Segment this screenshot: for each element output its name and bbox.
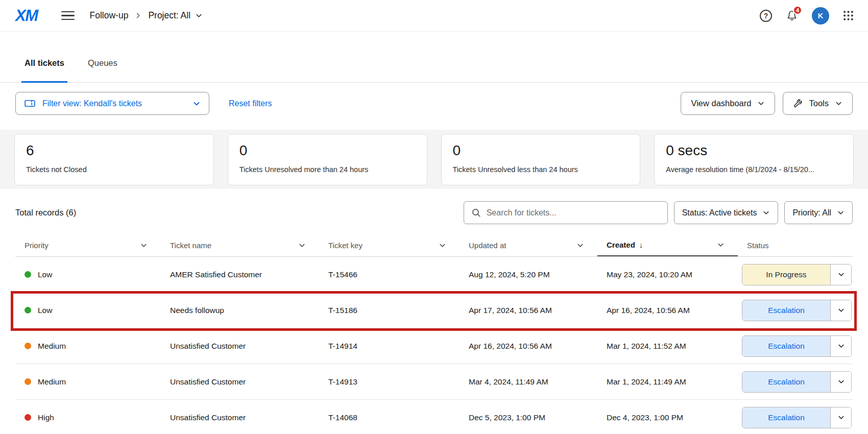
status-dropdown[interactable]: In Progress	[742, 264, 852, 285]
stat-card-not-closed: 6 Tickets not Closed	[14, 134, 214, 185]
breadcrumb-section[interactable]: Follow-up	[90, 10, 129, 21]
breadcrumb: Follow-up Project: All	[90, 10, 203, 21]
stat-label: Tickets Unresolved more than 24 hours	[239, 165, 416, 174]
stat-card-unresolved-less-24h: 0 Tickets Unresolved less than 24 hours	[441, 134, 641, 185]
notification-count-badge: 4	[793, 6, 802, 15]
tab-all-tickets[interactable]: All tickets	[25, 58, 64, 82]
status-dropdown[interactable]: Escalation	[742, 371, 852, 393]
xm-logo[interactable]: XM	[15, 7, 38, 25]
priority-label: Low	[38, 270, 52, 279]
priority-cell: Low	[15, 306, 161, 315]
tab-queues[interactable]: Queues	[88, 58, 117, 82]
status-badge: Escalation	[742, 300, 830, 321]
status-cell: Escalation	[738, 371, 853, 393]
status-cell: Escalation	[738, 335, 853, 357]
priority-filter-label: Priority: All	[792, 208, 831, 218]
chevron-down-icon[interactable]	[298, 242, 306, 249]
column-header-priority[interactable]: Priority	[15, 234, 161, 256]
column-label: Ticket name	[170, 241, 211, 250]
ticket-name-cell: AMER Satisfied Customer	[161, 270, 319, 279]
breadcrumb-project-label: Project: All	[148, 10, 190, 21]
status-badge: In Progress	[742, 264, 830, 285]
help-icon	[760, 10, 772, 22]
table-row[interactable]: Low Needs followup T-15186 Apr 17, 2024,…	[15, 293, 853, 328]
created-cell: Apr 16, 2024, 10:56 AM	[597, 306, 738, 315]
tools-button[interactable]: Tools	[783, 92, 853, 115]
chevron-down-icon[interactable]	[576, 242, 584, 249]
total-records-label: Total records (6)	[15, 208, 76, 218]
updated-at-cell: Aug 12, 2024, 5:20 PM	[460, 270, 597, 279]
chevron-down-icon[interactable]	[831, 407, 851, 428]
tools-label: Tools	[809, 99, 829, 108]
chevron-down-icon[interactable]	[831, 372, 851, 392]
chevron-down-icon	[757, 100, 765, 107]
priority-dot	[25, 271, 31, 278]
ticket-key-cell: T-15186	[319, 306, 460, 315]
created-cell: May 23, 2024, 10:20 AM	[597, 270, 738, 279]
column-header-updated-at[interactable]: Updated at	[460, 234, 597, 256]
stat-card-avg-resolution: 0 secs Average resolution time (8/1/2024…	[654, 134, 854, 185]
filter-view-dropdown[interactable]: Filter view: Kendall's tickets	[15, 92, 209, 115]
column-header-status[interactable]: Status	[738, 234, 853, 256]
chevron-down-icon[interactable]	[140, 242, 148, 249]
status-cell: Escalation	[738, 300, 853, 321]
view-dashboard-button[interactable]: View dashboard	[681, 92, 775, 115]
chevron-down-icon	[835, 100, 842, 107]
hamburger-menu-icon[interactable]	[61, 11, 75, 20]
topbar-actions: 4 K	[760, 7, 854, 25]
stat-value: 0	[239, 142, 416, 159]
stat-label: Average resolution time (8/1/2024 - 8/15…	[666, 165, 842, 174]
column-label: Created	[607, 240, 635, 249]
priority-label: High	[38, 413, 54, 422]
status-dropdown[interactable]: Escalation	[742, 407, 852, 428]
priority-dot	[25, 307, 31, 314]
stat-value: 0	[453, 142, 629, 159]
status-badge: Escalation	[742, 407, 830, 428]
priority-label: Medium	[38, 342, 66, 351]
priority-dot	[25, 414, 31, 421]
ticket-name-cell: Unsatisfied Customer	[161, 413, 319, 422]
apps-grid-button[interactable]	[843, 10, 854, 21]
stat-value: 0 secs	[666, 142, 842, 159]
priority-label: Low	[38, 306, 52, 315]
chevron-down-icon[interactable]	[831, 336, 851, 356]
chevron-down-icon[interactable]	[831, 300, 851, 321]
stat-value: 6	[26, 142, 202, 159]
filter-view-label: Filter view: Kendall's tickets	[42, 99, 186, 108]
column-label: Priority	[25, 241, 49, 250]
priority-filter-dropdown[interactable]: Priority: All	[784, 201, 853, 224]
created-cell: Mar 1, 2024, 11:52 AM	[597, 342, 738, 351]
status-filter-dropdown[interactable]: Status: Active tickets	[674, 201, 779, 224]
column-header-ticket-key[interactable]: Ticket key	[319, 234, 460, 256]
reset-filters-link[interactable]: Reset filters	[229, 99, 272, 108]
table-row[interactable]: Low AMER Satisfied Customer T-15466 Aug …	[15, 257, 853, 293]
column-header-ticket-name[interactable]: Ticket name	[161, 234, 319, 256]
apps-grid-icon	[843, 10, 854, 21]
chevron-down-icon	[192, 100, 201, 108]
ticket-name-cell: Needs followup	[161, 306, 319, 315]
table-header-row: Priority Ticket name Ticket key Updated …	[15, 234, 853, 257]
status-dropdown[interactable]: Escalation	[742, 335, 852, 357]
breadcrumb-project-dropdown[interactable]: Project: All	[148, 10, 203, 21]
table-row[interactable]: Medium Unsatisfied Customer T-14913 Mar …	[15, 364, 853, 400]
search-input[interactable]	[487, 208, 660, 218]
tab-bar: All tickets Queues	[0, 32, 868, 83]
status-cell: In Progress	[738, 264, 853, 285]
priority-cell: Low	[15, 270, 161, 279]
table-row[interactable]: High Unsatisfied Customer T-14068 Dec 5,…	[15, 400, 853, 434]
chevron-down-icon	[195, 12, 203, 19]
column-header-created[interactable]: Created ↓	[597, 234, 738, 256]
chevron-down-icon	[837, 209, 845, 216]
priority-cell: High	[15, 413, 161, 422]
notifications-button[interactable]: 4	[786, 10, 798, 22]
search-box	[464, 201, 668, 224]
chevron-down-icon[interactable]	[831, 264, 851, 285]
chevron-down-icon[interactable]	[439, 242, 446, 249]
status-dropdown[interactable]: Escalation	[742, 300, 852, 321]
help-button[interactable]	[760, 10, 772, 22]
priority-dot	[25, 378, 31, 385]
table-row[interactable]: Medium Unsatisfied Customer T-14914 Apr …	[15, 328, 853, 364]
avatar[interactable]: K	[812, 7, 829, 25]
chevron-down-icon[interactable]	[717, 241, 725, 249]
updated-at-cell: Mar 4, 2024, 11:49 AM	[460, 377, 597, 387]
